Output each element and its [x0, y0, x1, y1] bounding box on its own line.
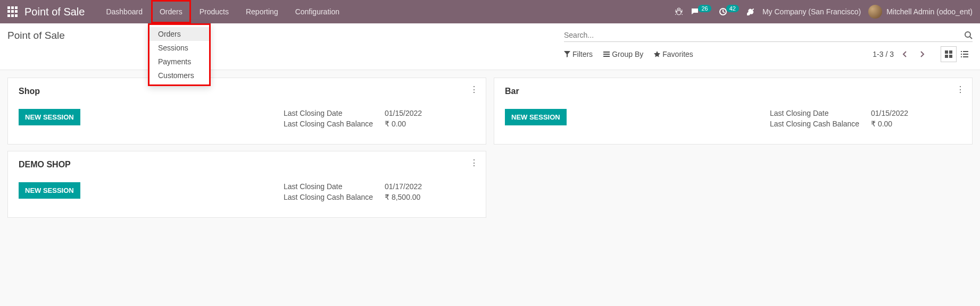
svg-rect-8: [961, 54, 962, 55]
filter-icon: [564, 51, 570, 57]
closing-balance-value: ₹ 0.00: [385, 120, 475, 128]
pager-prev[interactable]: [899, 48, 911, 60]
messages-button[interactable]: 26: [691, 7, 711, 16]
dropdown-payments[interactable]: Payments: [150, 55, 209, 69]
pos-card-bar[interactable]: ⋮ Bar NEW SESSION Last Closing Date 01/1…: [494, 78, 973, 144]
closing-date-value: 01/15/2022: [871, 109, 961, 117]
subheader: Point of Sale: [0, 23, 980, 42]
pager-text[interactable]: 1-3 / 3: [873, 50, 894, 58]
card-stats: Last Closing Date 01/15/2022 Last Closin…: [770, 109, 961, 128]
avatar-icon: [868, 5, 882, 19]
company-selector[interactable]: My Company (San Francisco): [762, 7, 861, 16]
svg-rect-11: [963, 56, 968, 57]
pager-next[interactable]: [916, 48, 928, 60]
groupby-icon: [603, 51, 610, 57]
view-switcher: [941, 46, 973, 62]
favorites-button[interactable]: Favorites: [654, 50, 693, 58]
closing-date-label: Last Closing Date: [770, 109, 871, 117]
search-input[interactable]: [564, 31, 964, 39]
kanban-view-button[interactable]: [941, 46, 957, 62]
new-session-button[interactable]: NEW SESSION: [19, 109, 80, 125]
card-menu-icon[interactable]: ⋮: [956, 84, 965, 95]
apps-icon[interactable]: [7, 6, 18, 17]
activities-badge: 42: [726, 5, 739, 12]
filters-button[interactable]: Filters: [564, 50, 593, 58]
svg-rect-5: [949, 55, 952, 58]
svg-rect-9: [963, 54, 968, 55]
closing-date-label: Last Closing Date: [284, 109, 385, 117]
closing-date-label: Last Closing Date: [284, 182, 385, 191]
closing-balance-label: Last Closing Cash Balance: [284, 120, 385, 128]
favorites-label: Favorites: [662, 50, 693, 58]
svg-rect-3: [949, 50, 952, 54]
page-title: Point of Sale: [7, 30, 65, 41]
nav-orders[interactable]: Orders: [151, 0, 191, 23]
top-nav: Point of Sale Dashboard Orders Products …: [0, 0, 980, 23]
closing-balance-value: ₹ 8,500.00: [385, 193, 475, 201]
filters-label: Filters: [572, 50, 593, 58]
svg-rect-2: [945, 50, 948, 54]
svg-rect-4: [945, 55, 948, 58]
list-icon: [961, 50, 968, 58]
pos-card-demo[interactable]: ⋮ DEMO SHOP NEW SESSION Last Closing Dat…: [7, 151, 486, 218]
messages-badge: 26: [698, 5, 711, 12]
pos-card-shop[interactable]: ⋮ Shop NEW SESSION Last Closing Date 01/…: [7, 78, 486, 144]
star-icon: [654, 51, 660, 57]
closing-date-value: 01/15/2022: [385, 109, 475, 117]
dropdown-customers[interactable]: Customers: [150, 69, 209, 82]
nav-configuration[interactable]: Configuration: [287, 0, 348, 23]
debug-tools-icon[interactable]: [746, 7, 755, 16]
svg-point-1: [965, 32, 970, 37]
svg-rect-10: [961, 56, 962, 57]
user-name: Mitchell Admin (odoo_ent): [886, 7, 973, 16]
brand-title[interactable]: Point of Sale: [24, 6, 85, 18]
closing-date-value: 01/17/2022: [385, 182, 475, 191]
new-session-button[interactable]: NEW SESSION: [505, 109, 567, 125]
search-icon[interactable]: [964, 31, 973, 39]
orders-dropdown: Orders Sessions Payments Customers: [148, 23, 211, 86]
search-wrap: [564, 29, 973, 42]
card-title: Shop: [19, 87, 475, 96]
card-title: DEMO SHOP: [19, 160, 475, 169]
control-row: Filters Group By Favorites 1-3 / 3: [0, 42, 980, 70]
card-menu-icon[interactable]: ⋮: [470, 84, 478, 95]
nav-dashboard[interactable]: Dashboard: [97, 0, 151, 23]
bug-icon[interactable]: [675, 7, 683, 16]
closing-balance-value: ₹ 0.00: [871, 120, 961, 128]
kanban-area: ⋮ Shop NEW SESSION Last Closing Date 01/…: [0, 70, 980, 225]
kanban-icon: [945, 50, 952, 58]
nav-items: Dashboard Orders Products Reporting Conf…: [97, 0, 348, 23]
card-stats: Last Closing Date 01/17/2022 Last Closin…: [284, 182, 475, 201]
dropdown-sessions[interactable]: Sessions: [150, 41, 209, 55]
new-session-button[interactable]: NEW SESSION: [19, 182, 80, 199]
list-view-button[interactable]: [957, 46, 973, 62]
user-menu[interactable]: Mitchell Admin (odoo_ent): [868, 5, 973, 19]
groupby-button[interactable]: Group By: [603, 50, 643, 58]
dropdown-orders[interactable]: Orders: [150, 27, 209, 41]
systray: 26 42 My Company (San Francisco) Mitchel…: [675, 5, 973, 19]
groupby-label: Group By: [612, 50, 643, 58]
svg-rect-7: [963, 51, 968, 52]
closing-balance-label: Last Closing Cash Balance: [284, 193, 385, 201]
controls: Filters Group By Favorites 1-3 / 3: [564, 46, 973, 62]
nav-products[interactable]: Products: [191, 0, 237, 23]
svg-rect-6: [961, 51, 962, 52]
card-stats: Last Closing Date 01/15/2022 Last Closin…: [284, 109, 475, 128]
card-title: Bar: [505, 87, 961, 96]
pager: 1-3 / 3: [873, 46, 973, 62]
card-menu-icon[interactable]: ⋮: [470, 158, 478, 168]
activities-button[interactable]: 42: [719, 7, 739, 16]
closing-balance-label: Last Closing Cash Balance: [770, 120, 871, 128]
nav-reporting[interactable]: Reporting: [237, 0, 287, 23]
